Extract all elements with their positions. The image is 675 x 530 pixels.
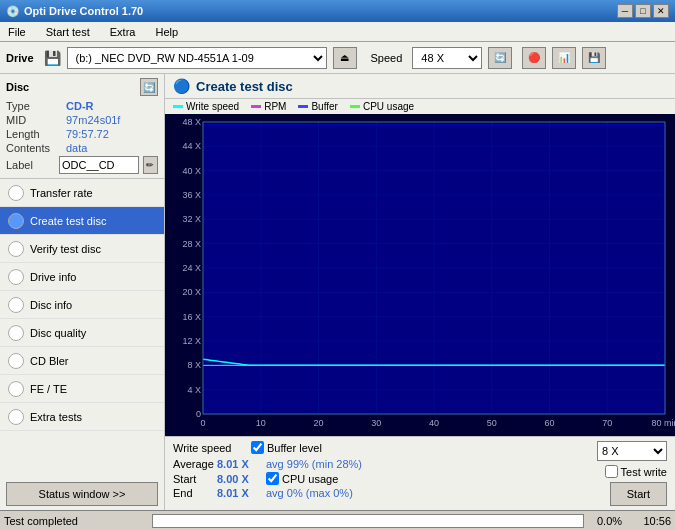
- test-write-label: Test write: [621, 466, 667, 478]
- menu-file[interactable]: File: [4, 25, 30, 39]
- nav-item-cd-bler[interactable]: CD Bler: [0, 347, 164, 375]
- drive-info-icon: [8, 269, 24, 285]
- legend-write-speed-dot: [173, 105, 183, 108]
- title-bar: 💿 Opti Drive Control 1.70 ─ □ ✕: [0, 0, 675, 22]
- disc-label-key: Label: [6, 159, 55, 171]
- content-header: 🔵 Create test disc: [165, 74, 675, 99]
- legend-cpu-dot: [350, 105, 360, 108]
- legend-rpm: RPM: [264, 101, 286, 112]
- verify-test-disc-icon: [8, 241, 24, 257]
- end-label: End: [173, 487, 213, 499]
- status-window-button[interactable]: Status window >>: [6, 482, 158, 506]
- main-chart: [165, 114, 675, 436]
- speed-select[interactable]: 48 X: [412, 47, 482, 69]
- close-button[interactable]: ✕: [653, 4, 669, 18]
- content-title: Create test disc: [196, 79, 293, 94]
- legend-cpu: CPU usage: [363, 101, 414, 112]
- average-label: Average: [173, 458, 213, 470]
- menu-extra[interactable]: Extra: [106, 25, 140, 39]
- nav-item-extra-tests[interactable]: Extra tests: [0, 403, 164, 431]
- toolbar-btn-3[interactable]: 💾: [582, 47, 606, 69]
- disc-type-key: Type: [6, 100, 66, 112]
- cpu-usage-label: CPU usage: [282, 473, 338, 485]
- maximize-button[interactable]: □: [635, 4, 651, 18]
- disc-mid-key: MID: [6, 114, 66, 126]
- nav-item-transfer-rate[interactable]: Transfer rate: [0, 179, 164, 207]
- write-speed-label: Write speed: [173, 442, 243, 454]
- legend: Write speed RPM Buffer CPU usage: [165, 99, 675, 114]
- app-icon: 💿: [6, 5, 20, 18]
- status-progress-bar: [152, 514, 584, 528]
- eject-button[interactable]: ⏏: [333, 47, 357, 69]
- cd-bler-icon: [8, 353, 24, 369]
- legend-write-speed: Write speed: [186, 101, 239, 112]
- transfer-rate-icon: [8, 185, 24, 201]
- disc-contents-val: data: [66, 142, 87, 154]
- toolbar-btn-2[interactable]: 📊: [552, 47, 576, 69]
- content-icon: 🔵: [173, 78, 190, 94]
- start-label: Start: [173, 473, 213, 485]
- disc-title: Disc: [6, 81, 29, 93]
- status-pct: 0.0%: [592, 515, 627, 527]
- write-speed-control[interactable]: 8 X: [597, 441, 667, 461]
- disc-mid-val: 97m24s01f: [66, 114, 120, 126]
- end-val: 8.01 X: [217, 487, 262, 499]
- disc-quality-icon: [8, 325, 24, 341]
- fe-te-icon: [8, 381, 24, 397]
- content-area: 🔵 Create test disc Write speed RPM Buffe…: [165, 74, 675, 510]
- drive-bar: Drive 💾 (b:) _NEC DVD_RW ND-4551A 1-09 ⏏…: [0, 42, 675, 74]
- average-info: avg 99% (min 28%): [266, 458, 362, 470]
- disc-refresh-button[interactable]: 🔄: [140, 78, 158, 96]
- stats-area: Write speed Buffer level Average 8.01 X …: [165, 436, 675, 510]
- drive-icon: 💾: [44, 50, 61, 66]
- nav-item-verify-test-disc[interactable]: Verify test disc: [0, 235, 164, 263]
- test-write-checkbox[interactable]: [605, 465, 618, 478]
- sidebar: Disc 🔄 Type CD-R MID 97m24s01f Length 79…: [0, 74, 165, 510]
- create-test-disc-icon: [8, 213, 24, 229]
- start-button[interactable]: Start: [610, 482, 667, 506]
- drive-label: Drive: [6, 52, 34, 64]
- disc-length-key: Length: [6, 128, 66, 140]
- legend-buffer: Buffer: [311, 101, 338, 112]
- status-text: Test completed: [4, 515, 144, 527]
- disc-label-input[interactable]: [59, 156, 139, 174]
- app-title: Opti Drive Control 1.70: [24, 5, 143, 17]
- legend-buffer-dot: [298, 105, 308, 108]
- nav-item-create-test-disc[interactable]: Create test disc: [0, 207, 164, 235]
- menu-help[interactable]: Help: [151, 25, 182, 39]
- extra-tests-icon: [8, 409, 24, 425]
- average-val: 8.01 X: [217, 458, 262, 470]
- nav-item-disc-info[interactable]: Disc info: [0, 291, 164, 319]
- end-info: avg 0% (max 0%): [266, 487, 353, 499]
- legend-rpm-dot: [251, 105, 261, 108]
- buffer-level-checkbox[interactable]: [251, 441, 264, 454]
- minimize-button[interactable]: ─: [617, 4, 633, 18]
- nav-item-fe-te[interactable]: FE / TE: [0, 375, 164, 403]
- refresh-drive-button[interactable]: 🔄: [488, 47, 512, 69]
- buffer-level-label: Buffer level: [267, 442, 322, 454]
- cpu-usage-checkbox[interactable]: [266, 472, 279, 485]
- speed-label: Speed: [371, 52, 403, 64]
- disc-contents-key: Contents: [6, 142, 66, 154]
- start-val: 8.00 X: [217, 473, 262, 485]
- nav-item-drive-info[interactable]: Drive info: [0, 263, 164, 291]
- drive-select[interactable]: (b:) _NEC DVD_RW ND-4551A 1-09: [67, 47, 327, 69]
- chart-wrapper: [165, 114, 675, 436]
- disc-info-icon: [8, 297, 24, 313]
- disc-label-edit-button[interactable]: ✏: [143, 156, 158, 174]
- nav-section: Transfer rate Create test disc Verify te…: [0, 179, 164, 478]
- menu-bar: File Start test Extra Help: [0, 22, 675, 42]
- menu-start-test[interactable]: Start test: [42, 25, 94, 39]
- status-bar: Test completed 0.0% 10:56: [0, 510, 675, 530]
- status-time: 10:56: [631, 515, 671, 527]
- disc-type-val: CD-R: [66, 100, 94, 112]
- disc-length-val: 79:57.72: [66, 128, 109, 140]
- nav-item-disc-quality[interactable]: Disc quality: [0, 319, 164, 347]
- disc-section: Disc 🔄 Type CD-R MID 97m24s01f Length 79…: [0, 74, 164, 179]
- toolbar-btn-1[interactable]: 🔴: [522, 47, 546, 69]
